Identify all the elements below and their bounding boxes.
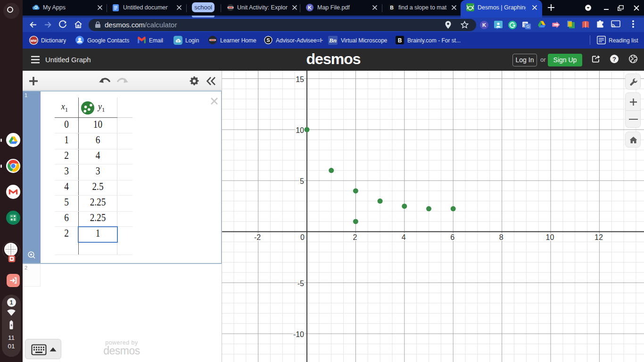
svg-text:K: K bbox=[308, 5, 312, 10]
svg-text:Bn: Bn bbox=[329, 37, 337, 44]
svg-text:10: 10 bbox=[296, 126, 304, 134]
svg-text:?: ? bbox=[612, 56, 616, 63]
svg-text:10: 10 bbox=[546, 233, 554, 241]
svg-text:MW: MW bbox=[31, 39, 37, 43]
svg-text:K: K bbox=[482, 22, 486, 28]
svg-text:4: 4 bbox=[402, 233, 406, 241]
svg-text:8: 8 bbox=[499, 233, 504, 241]
svg-text:12: 12 bbox=[594, 233, 603, 241]
svg-text:0: 0 bbox=[300, 233, 305, 241]
svg-text:5: 5 bbox=[300, 177, 304, 185]
svg-text:6: 6 bbox=[450, 233, 454, 241]
svg-text:-10: -10 bbox=[293, 330, 304, 338]
svg-text:2: 2 bbox=[353, 233, 357, 241]
svg-text:S: S bbox=[266, 37, 270, 43]
svg-text:15: 15 bbox=[296, 75, 304, 83]
svg-text:G: G bbox=[526, 24, 529, 29]
svg-text:-2: -2 bbox=[254, 233, 261, 241]
svg-text:-5: -5 bbox=[297, 280, 304, 288]
svg-text:B: B bbox=[390, 5, 394, 10]
svg-text:B: B bbox=[398, 37, 402, 44]
